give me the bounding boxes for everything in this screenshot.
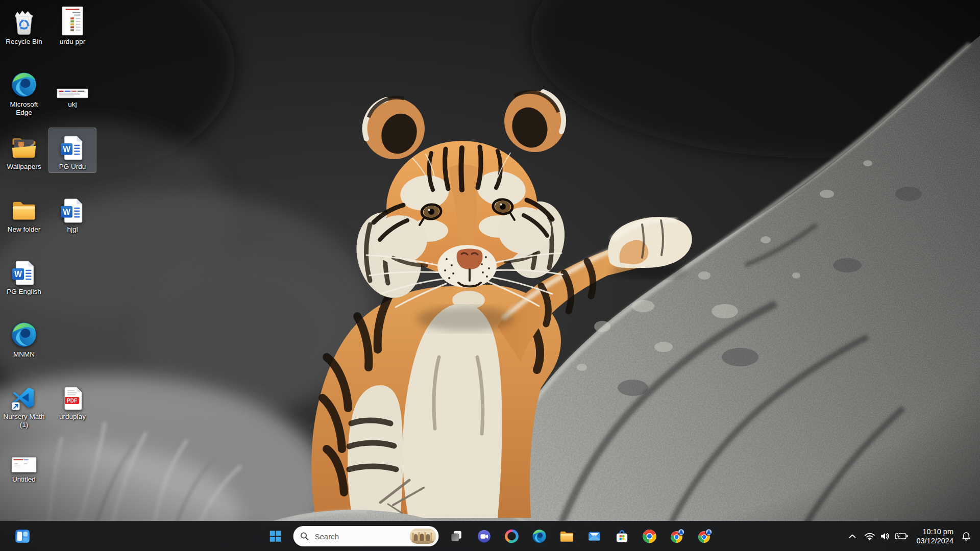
desktop-icon-label: New folder (8, 226, 41, 234)
desktop-icon-label: hjgl (67, 226, 78, 234)
taskbar-app-copilot[interactable] (498, 524, 526, 548)
desktop-icon-mnmn[interactable]: MNMN (1, 316, 47, 360)
taskbar-apps (443, 524, 719, 548)
desktop-icon-label: Wallpapers (7, 163, 41, 171)
chevron-up-icon (849, 534, 856, 538)
start-button[interactable] (262, 524, 289, 548)
desktop-icon-label: Recycle Bin (6, 38, 42, 46)
notifications-button[interactable] (958, 525, 975, 547)
doc-thumb-icon (61, 6, 84, 36)
desktop-icon-hjgl[interactable]: hjgl (49, 191, 96, 235)
task-view-icon (449, 529, 464, 544)
desktop-icon-label: PG English (7, 288, 41, 296)
taskbar-search[interactable] (293, 526, 439, 546)
desktop-icon-ukj[interactable]: ukj (49, 66, 96, 110)
word-icon (60, 198, 85, 223)
desktop-icon-urdu-ppr[interactable]: urdu ppr (49, 3, 96, 47)
desktop-icons-layer: Recycle Bin urdu ppr Microsoft Edge ukj … (0, 0, 980, 521)
desktop-icon-label: urduplay (59, 413, 86, 421)
taskbar-app-chrome-profile-1[interactable] (664, 524, 691, 548)
folder-icon (11, 197, 37, 223)
desktop-icon-pg-urdu[interactable]: PG Urdu (49, 128, 96, 172)
vscode-icon (11, 385, 37, 411)
word-icon (60, 135, 85, 161)
desktop-icon-label: urdu ppr (60, 38, 85, 46)
taskbar: 10:10 pm 03/12/2024 (0, 521, 980, 551)
tray-time: 10:10 pm (923, 527, 953, 536)
arches-image (410, 529, 436, 544)
store-icon (615, 529, 630, 544)
taskbar-app-mail[interactable] (581, 524, 608, 548)
desktop-icon-pg-english[interactable]: PG English (1, 253, 47, 297)
desktop-icon-nursery-math-1-[interactable]: Nursery Math (1) (1, 378, 47, 431)
desktop-icon-microsoft-edge[interactable]: Microsoft Edge (1, 66, 47, 118)
desktop-icon-new-folder[interactable]: New folder (1, 191, 47, 235)
desktop-icon-label: Untitled (12, 475, 36, 484)
start-icon (268, 529, 283, 544)
taskbar-app-store[interactable] (608, 524, 636, 548)
desktop-icon-label: PG Urdu (59, 163, 86, 171)
chat-icon (477, 529, 492, 544)
search-input[interactable] (314, 532, 410, 541)
desktop-icon-urduplay[interactable]: urduplay (49, 378, 96, 422)
taskbar-app-edge[interactable] (526, 524, 553, 548)
page-thumb-icon (10, 456, 38, 473)
copilot-icon (504, 529, 520, 544)
taskbar-center-group (262, 524, 719, 548)
folder-pictures-icon (10, 133, 38, 161)
system-indicators-button[interactable] (860, 525, 912, 547)
desktop-icon-untitled[interactable]: Untitled (1, 441, 47, 485)
tray-hidden-icons-button[interactable] (845, 525, 860, 547)
system-tray: 10:10 pm 03/12/2024 (845, 521, 980, 551)
recycle-bin-icon (11, 9, 37, 36)
tray-date: 03/12/2024 (916, 536, 953, 545)
chrome-profile-icon (670, 529, 685, 544)
taskbar-app-chat[interactable] (471, 524, 498, 548)
widgets-icon (14, 528, 31, 545)
desktop-screen: W PDF (0, 0, 980, 551)
volume-icon (880, 532, 890, 540)
taskbar-app-file-explorer[interactable] (553, 524, 581, 548)
battery-charging-icon (895, 533, 908, 540)
desktop-icon-label: MNMN (13, 350, 35, 359)
chrome-profile-icon (697, 529, 713, 544)
word-icon (11, 260, 37, 286)
desktop-icon-label: Microsoft Edge (2, 101, 46, 117)
taskbar-app-task-view[interactable] (443, 524, 471, 548)
pdf-icon (60, 386, 85, 411)
desktop-icon-label: ukj (68, 101, 77, 109)
widgets-button[interactable] (8, 524, 37, 548)
taskbar-app-chrome-profile-2[interactable] (691, 524, 719, 548)
search-icon (300, 532, 309, 541)
taskbar-clock[interactable]: 10:10 pm 03/12/2024 (912, 525, 958, 547)
edge-icon (10, 321, 38, 348)
edge-icon (10, 71, 38, 98)
desktop-icon-label: Nursery Math (1) (2, 413, 46, 429)
edge-icon (532, 529, 547, 544)
desktop-icon-wallpapers[interactable]: Wallpapers (1, 128, 47, 172)
search-daily-image[interactable] (410, 529, 436, 544)
desktop-icon-recycle-bin[interactable]: Recycle Bin (1, 3, 47, 47)
bell-icon (962, 532, 971, 541)
chrome-icon (642, 529, 657, 544)
taskbar-app-chrome[interactable] (636, 524, 664, 548)
folder-icon (559, 529, 575, 544)
mail-icon (587, 529, 602, 544)
banner-thumb-icon (57, 88, 88, 98)
wifi-icon (864, 532, 875, 540)
